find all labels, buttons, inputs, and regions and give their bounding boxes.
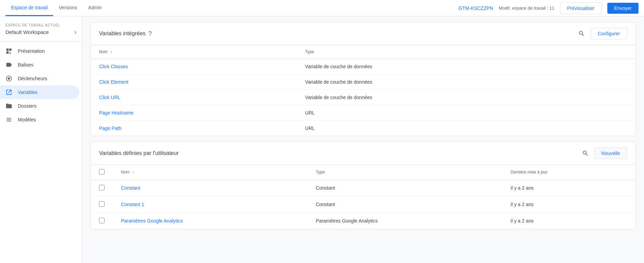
user-variable-type: Paramètres Google Analytics bbox=[307, 213, 502, 229]
sidebar-label-dossiers: Dossiers bbox=[18, 103, 36, 109]
user-variable-type: Constant bbox=[307, 180, 502, 196]
table-row: Paramètres Google Analytics Paramètres G… bbox=[91, 213, 635, 229]
search-builtin-button[interactable] bbox=[577, 29, 586, 38]
tag-icon bbox=[5, 61, 12, 68]
nav-right: GTM-KSCZZPN Modif. espace de travail : 1… bbox=[459, 2, 639, 14]
workspace-label: ESPACE DE TRAVAIL ACTUEL bbox=[5, 23, 76, 27]
sidebar: ESPACE DE TRAVAIL ACTUEL Default Workspa… bbox=[0, 16, 82, 263]
col-type-header: Type bbox=[297, 45, 635, 59]
variable-name-link[interactable]: Page Hostname bbox=[99, 110, 133, 116]
user-variable-last-update: il y a 2 ans bbox=[502, 213, 635, 229]
user-variables-actions: Nouvelle bbox=[581, 147, 627, 159]
builtin-variables-table: Nom ↑ Type Click Classes Variable de cou… bbox=[91, 45, 635, 136]
variable-type: Variable de couche de données bbox=[297, 89, 635, 105]
main-content: Variables intégrées ? Configurer Nom ↑ bbox=[82, 16, 644, 263]
svg-point-1 bbox=[8, 77, 10, 80]
variable-name-link[interactable]: Click URL bbox=[99, 95, 120, 100]
send-button[interactable]: Envoyer bbox=[607, 3, 639, 14]
help-icon[interactable]: ? bbox=[148, 30, 152, 37]
workspace-selector[interactable]: Default Workspace › bbox=[5, 28, 76, 36]
sidebar-label-declencheurs: Déclencheurs bbox=[18, 76, 47, 81]
tab-workspace[interactable]: Espace de travail bbox=[5, 0, 53, 16]
user-variables-title: Variables définies par l'utilisateur bbox=[99, 150, 179, 156]
row-checkbox[interactable] bbox=[99, 185, 105, 190]
variable-type: URL bbox=[297, 120, 635, 136]
tab-admin[interactable]: Admin bbox=[83, 0, 107, 16]
sort-asc-icon: ↑ bbox=[110, 50, 112, 55]
modif-count: Modif. espace de travail : 11 bbox=[499, 5, 555, 11]
workspace-section: ESPACE DE TRAVAIL ACTUEL Default Workspa… bbox=[0, 19, 82, 38]
select-all-checkbox[interactable] bbox=[99, 169, 105, 175]
variable-name-link[interactable]: Page Path bbox=[99, 125, 121, 131]
preview-button[interactable]: Prévisualiser bbox=[560, 2, 602, 14]
user-variables-card: Variables définies par l'utilisateur Nou… bbox=[90, 142, 636, 229]
sidebar-label-balises: Balises bbox=[18, 62, 33, 68]
table-row: Page Hostname URL bbox=[91, 105, 635, 120]
user-variables-header: Variables définies par l'utilisateur Nou… bbox=[91, 142, 635, 165]
overview-icon bbox=[5, 48, 12, 55]
sidebar-item-balises[interactable]: Balises bbox=[0, 58, 79, 72]
new-variable-button[interactable]: Nouvelle bbox=[594, 147, 627, 159]
sidebar-item-dossiers[interactable]: Dossiers bbox=[0, 99, 79, 113]
search-user-button[interactable] bbox=[581, 148, 590, 158]
table-row: Constant Constant il y a 2 ans bbox=[91, 180, 635, 196]
sort-asc-icon-user: ↑ bbox=[132, 170, 134, 175]
user-variable-last-update: il y a 2 ans bbox=[502, 180, 635, 196]
table-row: Constant 1 Constant il y a 2 ans bbox=[91, 196, 635, 213]
table-row: Click Element Variable de couche de donn… bbox=[91, 74, 635, 89]
table-row: Click URL Variable de couche de données bbox=[91, 89, 635, 105]
sidebar-item-modeles[interactable]: Modèles bbox=[0, 113, 79, 127]
user-variables-table: Nom ↑ Type Dernière mise à jour Constant… bbox=[91, 165, 635, 229]
user-variable-name-link[interactable]: Constant 1 bbox=[121, 202, 144, 207]
sidebar-item-declencheurs[interactable]: Déclencheurs bbox=[0, 72, 79, 85]
user-variable-name-link[interactable]: Paramètres Google Analytics bbox=[121, 218, 183, 224]
sidebar-item-variables[interactable]: Variables bbox=[0, 85, 79, 99]
sidebar-divider bbox=[0, 41, 82, 41]
tab-versions[interactable]: Versions bbox=[53, 0, 83, 16]
trigger-icon bbox=[5, 75, 12, 82]
user-variable-last-update: il y a 2 ans bbox=[502, 196, 635, 213]
row-checkbox[interactable] bbox=[99, 201, 105, 207]
user-variable-type: Constant bbox=[307, 196, 502, 213]
chevron-right-icon: › bbox=[74, 28, 76, 36]
variable-name-link[interactable]: Click Classes bbox=[99, 64, 128, 69]
nav-tabs: Espace de travail Versions Admin bbox=[5, 0, 107, 16]
top-navigation: Espace de travail Versions Admin GTM-KSC… bbox=[0, 0, 644, 16]
variable-type: Variable de couche de données bbox=[297, 59, 635, 74]
builtin-variables-header: Variables intégrées ? Configurer bbox=[91, 22, 635, 45]
sidebar-item-presentation[interactable]: Présentation bbox=[0, 44, 79, 58]
builtin-variables-title: Variables intégrées ? bbox=[99, 30, 152, 37]
table-row: Page Path URL bbox=[91, 120, 635, 136]
user-variable-name-link[interactable]: Constant bbox=[121, 185, 140, 191]
col-last-update-header: Dernière mise à jour bbox=[502, 165, 635, 180]
sidebar-label-variables: Variables bbox=[18, 89, 37, 95]
variable-type: Variable de couche de données bbox=[297, 74, 635, 89]
col-name-header[interactable]: Nom ↑ bbox=[91, 45, 297, 59]
row-checkbox[interactable] bbox=[99, 218, 105, 223]
variable-type: URL bbox=[297, 105, 635, 120]
sidebar-label-modeles: Modèles bbox=[18, 117, 36, 122]
table-row: Click Classes Variable de couche de donn… bbox=[91, 59, 635, 74]
col-checkbox-header bbox=[91, 165, 113, 180]
main-layout: ESPACE DE TRAVAIL ACTUEL Default Workspa… bbox=[0, 16, 644, 263]
sidebar-label-presentation: Présentation bbox=[18, 48, 45, 54]
variable-name-link[interactable]: Click Element bbox=[99, 79, 129, 85]
col-name-user-header[interactable]: Nom ↑ bbox=[113, 165, 307, 180]
variables-icon bbox=[5, 89, 12, 96]
builtin-variables-card: Variables intégrées ? Configurer Nom ↑ bbox=[90, 22, 636, 136]
folder-icon bbox=[5, 103, 12, 109]
workspace-name-text: Default Workspace bbox=[5, 29, 49, 35]
col-type-user-header: Type bbox=[307, 165, 502, 180]
builtin-variables-actions: Configurer bbox=[577, 28, 627, 39]
configure-button[interactable]: Configurer bbox=[591, 28, 627, 39]
gtm-id: GTM-KSCZZPN bbox=[459, 5, 493, 11]
template-icon bbox=[5, 116, 12, 123]
